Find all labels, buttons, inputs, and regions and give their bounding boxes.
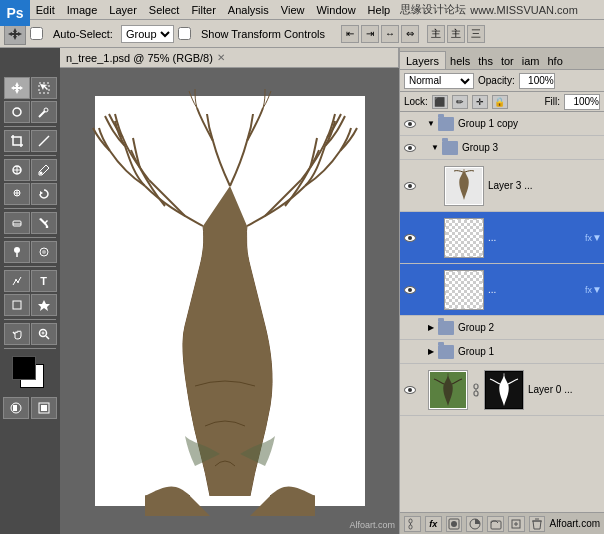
healing-tool[interactable] (4, 159, 30, 181)
dodge-tool[interactable] (4, 241, 30, 263)
align-center-btn[interactable]: ⇥ (361, 25, 379, 43)
tab-extras-iam[interactable]: iam (518, 53, 544, 69)
menu-filter[interactable]: Filter (185, 2, 221, 18)
crop-tool[interactable] (4, 130, 30, 152)
tab-extras-tor[interactable]: tor (497, 53, 518, 69)
lock-all-btn[interactable]: 🔒 (492, 95, 508, 109)
layers-group-btn[interactable] (487, 516, 504, 532)
layer-vis-selected1[interactable] (402, 230, 418, 246)
folder-icon-group3 (442, 141, 458, 155)
layer-vis-group1[interactable] (402, 344, 418, 360)
layer-item-group1[interactable]: ▶ Group 1 (400, 340, 604, 364)
menu-help[interactable]: Help (362, 2, 397, 18)
distribute-btn[interactable]: ⇔ (401, 25, 419, 43)
svg-point-18 (14, 247, 20, 253)
layer-item-selected1[interactable]: ... fx ▼ (400, 212, 604, 264)
layer-vis-layer0[interactable] (402, 382, 418, 398)
char-btn3[interactable]: 三 (467, 25, 485, 43)
shape-tool[interactable] (4, 294, 30, 316)
layer-vis-group1copy[interactable] (402, 116, 418, 132)
layer-name-layer3: Layer 3 ... (488, 180, 602, 191)
history-tool[interactable] (31, 183, 57, 205)
blur-tool[interactable] (31, 241, 57, 263)
layers-link-btn[interactable] (404, 516, 421, 532)
expand-group2[interactable]: ▶ (426, 323, 436, 333)
layers-fx-btn[interactable]: fx (425, 516, 442, 532)
folder-icon-group1copy (438, 117, 454, 131)
blend-mode-select[interactable]: Normal (404, 73, 474, 89)
color-swatch-area[interactable] (12, 356, 48, 392)
canvas-tab[interactable]: n_tree_1.psd @ 75% (RGB/8) ✕ (60, 48, 399, 68)
menu-layer[interactable]: Layer (103, 2, 143, 18)
svg-rect-34 (41, 405, 47, 411)
layer-thumb-layer3 (444, 166, 484, 206)
auto-select-type-select[interactable]: Group (121, 25, 174, 43)
layer-vis-layer3[interactable] (402, 178, 418, 194)
fill-input[interactable] (564, 94, 600, 110)
custom-shape-tool[interactable] (31, 294, 57, 316)
lock-position-btn[interactable]: ✛ (472, 95, 488, 109)
layer-item-selected2[interactable]: ... fx ▼ (400, 264, 604, 316)
char-btn1[interactable]: 主 (427, 25, 445, 43)
layer-vis-group2[interactable] (402, 320, 418, 336)
layers-mask-btn[interactable] (446, 516, 463, 532)
tab-extras-ths[interactable]: ths (474, 53, 497, 69)
layer-vis-group3[interactable] (402, 140, 418, 156)
layer-thumb-selected2 (444, 270, 484, 310)
menu-image[interactable]: Image (61, 2, 104, 18)
screen-mode-btn[interactable] (31, 397, 57, 419)
layer-item-layer3[interactable]: Layer 3 ... (400, 160, 604, 212)
auto-select-checkbox[interactable] (30, 27, 43, 40)
menu-window[interactable]: Window (310, 2, 361, 18)
menu-edit[interactable]: Edit (30, 2, 61, 18)
expand-group1copy[interactable]: ▼ (426, 119, 436, 129)
zoom-tool[interactable] (31, 323, 57, 345)
slice-tool[interactable] (31, 130, 57, 152)
hand-tool[interactable] (4, 323, 30, 345)
text-tool[interactable]: T (31, 270, 57, 292)
layer-link-selected2[interactable] (430, 282, 442, 298)
lock-transparent-btn[interactable]: ⬛ (432, 95, 448, 109)
community-label: 思缘设计论坛 (400, 2, 466, 17)
expand-group3[interactable]: ▼ (430, 143, 440, 153)
layer-item-layer0[interactable]: Layer 0 ... (400, 364, 604, 416)
show-transform-checkbox[interactable] (178, 27, 191, 40)
tab-layers[interactable]: Layers (400, 51, 446, 69)
layer-name-group3: Group 3 (462, 142, 602, 153)
svg-marker-1 (11, 82, 23, 94)
tab-extras-hfo[interactable]: hfo (543, 53, 566, 69)
align-left-btn[interactable]: ⇤ (341, 25, 359, 43)
layer-link-selected1[interactable] (430, 230, 442, 246)
lock-image-btn[interactable]: ✏ (452, 95, 468, 109)
eraser-tool[interactable] (4, 212, 30, 234)
clone-tool[interactable] (4, 183, 30, 205)
magic-wand-tool[interactable] (31, 101, 57, 123)
fx-badge-selected1: fx (585, 233, 592, 243)
foreground-color-swatch[interactable] (12, 356, 36, 380)
brush-tool[interactable] (31, 159, 57, 181)
quick-mask-btn[interactable] (3, 397, 29, 419)
tab-extras-hels[interactable]: hels (446, 53, 474, 69)
selection-tool[interactable] (31, 77, 57, 99)
canvas-tab-close[interactable]: ✕ (217, 52, 225, 63)
layers-adjustment-btn[interactable] (466, 516, 483, 532)
menu-analysis[interactable]: Analysis (222, 2, 275, 18)
svg-marker-15 (40, 191, 43, 195)
fx-arrow-selected1: ▼ (592, 232, 602, 243)
opacity-input[interactable] (519, 73, 555, 89)
expand-group1[interactable]: ▶ (426, 347, 436, 357)
layer-item-group1copy[interactable]: ▼ Group 1 copy (400, 112, 604, 136)
layer-item-group3[interactable]: ▼ Group 3 (400, 136, 604, 160)
lasso-tool[interactable] (4, 101, 30, 123)
move-tool[interactable] (4, 77, 30, 99)
layers-delete-btn[interactable] (529, 516, 546, 532)
layer-item-group2[interactable]: ▶ Group 2 (400, 316, 604, 340)
fill-tool[interactable] (31, 212, 57, 234)
pen-tool[interactable] (4, 270, 30, 292)
align-right-btn[interactable]: ↔ (381, 25, 399, 43)
layers-new-btn[interactable] (508, 516, 525, 532)
layer-vis-selected2[interactable] (402, 282, 418, 298)
menu-select[interactable]: Select (143, 2, 186, 18)
menu-view[interactable]: View (275, 2, 311, 18)
char-btn2[interactable]: 主 (447, 25, 465, 43)
